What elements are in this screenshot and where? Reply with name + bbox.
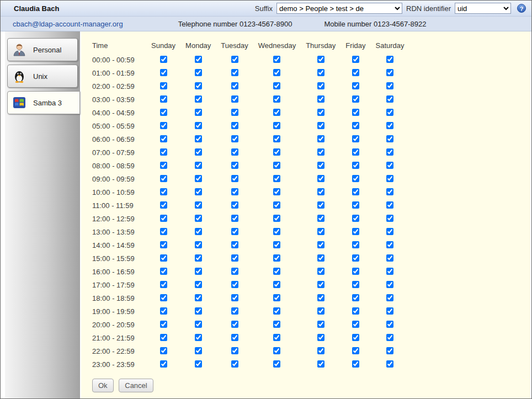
- logon-hour-checkbox[interactable]: [195, 268, 202, 275]
- logon-hour-checkbox[interactable]: [231, 56, 238, 63]
- logon-hour-checkbox[interactable]: [231, 360, 238, 368]
- logon-hour-checkbox[interactable]: [195, 135, 202, 142]
- logon-hour-checkbox[interactable]: [317, 307, 324, 315]
- logon-hour-checkbox[interactable]: [160, 109, 167, 116]
- logon-hour-checkbox[interactable]: [352, 109, 359, 116]
- logon-hour-checkbox[interactable]: [386, 334, 393, 341]
- logon-hour-checkbox[interactable]: [317, 360, 324, 368]
- logon-hour-checkbox[interactable]: [352, 162, 359, 169]
- logon-hour-checkbox[interactable]: [386, 175, 393, 182]
- logon-hour-checkbox[interactable]: [386, 215, 393, 222]
- logon-hour-checkbox[interactable]: [160, 268, 167, 275]
- logon-hour-checkbox[interactable]: [195, 241, 202, 248]
- logon-hour-checkbox[interactable]: [352, 334, 359, 341]
- logon-hour-checkbox[interactable]: [352, 281, 359, 288]
- logon-hour-checkbox[interactable]: [160, 69, 167, 76]
- logon-hour-checkbox[interactable]: [317, 228, 324, 235]
- logon-hour-checkbox[interactable]: [352, 135, 359, 142]
- logon-hour-checkbox[interactable]: [160, 82, 167, 89]
- logon-hour-checkbox[interactable]: [317, 201, 324, 209]
- logon-hour-checkbox[interactable]: [273, 188, 280, 195]
- logon-hour-checkbox[interactable]: [273, 175, 280, 182]
- logon-hour-checkbox[interactable]: [160, 122, 167, 129]
- logon-hour-checkbox[interactable]: [231, 228, 238, 235]
- logon-hour-checkbox[interactable]: [160, 188, 167, 195]
- logon-hour-checkbox[interactable]: [160, 294, 167, 301]
- logon-hour-checkbox[interactable]: [195, 347, 202, 354]
- logon-hour-checkbox[interactable]: [195, 281, 202, 288]
- logon-hour-checkbox[interactable]: [386, 95, 393, 103]
- logon-hour-checkbox[interactable]: [386, 281, 393, 288]
- logon-hour-checkbox[interactable]: [317, 148, 324, 156]
- tab-unix[interactable]: Unix: [7, 65, 78, 88]
- logon-hour-checkbox[interactable]: [352, 82, 359, 89]
- logon-hour-checkbox[interactable]: [386, 162, 393, 169]
- ok-button[interactable]: Ok: [92, 379, 114, 392]
- logon-hour-checkbox[interactable]: [273, 69, 280, 76]
- logon-hour-checkbox[interactable]: [273, 268, 280, 275]
- cancel-button[interactable]: Cancel: [119, 379, 153, 392]
- logon-hour-checkbox[interactable]: [317, 95, 324, 103]
- logon-hour-checkbox[interactable]: [273, 360, 280, 368]
- logon-hour-checkbox[interactable]: [195, 360, 202, 368]
- logon-hour-checkbox[interactable]: [273, 241, 280, 248]
- logon-hour-checkbox[interactable]: [195, 228, 202, 235]
- logon-hour-checkbox[interactable]: [273, 347, 280, 354]
- logon-hour-checkbox[interactable]: [160, 281, 167, 288]
- logon-hour-checkbox[interactable]: [386, 321, 393, 328]
- logon-hour-checkbox[interactable]: [273, 201, 280, 209]
- logon-hour-checkbox[interactable]: [160, 228, 167, 235]
- logon-hour-checkbox[interactable]: [352, 294, 359, 301]
- logon-hour-checkbox[interactable]: [195, 175, 202, 182]
- logon-hour-checkbox[interactable]: [386, 56, 393, 63]
- logon-hour-checkbox[interactable]: [273, 294, 280, 301]
- logon-hour-checkbox[interactable]: [195, 307, 202, 315]
- logon-hour-checkbox[interactable]: [386, 294, 393, 301]
- logon-hour-checkbox[interactable]: [273, 228, 280, 235]
- logon-hour-checkbox[interactable]: [195, 82, 202, 89]
- logon-hour-checkbox[interactable]: [273, 148, 280, 156]
- logon-hour-checkbox[interactable]: [231, 95, 238, 103]
- logon-hour-checkbox[interactable]: [386, 109, 393, 116]
- logon-hour-checkbox[interactable]: [273, 122, 280, 129]
- logon-hour-checkbox[interactable]: [231, 148, 238, 156]
- logon-hour-checkbox[interactable]: [352, 360, 359, 368]
- logon-hour-checkbox[interactable]: [317, 188, 324, 195]
- logon-hour-checkbox[interactable]: [352, 148, 359, 156]
- logon-hour-checkbox[interactable]: [195, 56, 202, 63]
- logon-hour-checkbox[interactable]: [386, 188, 393, 195]
- logon-hour-checkbox[interactable]: [231, 175, 238, 182]
- logon-hour-checkbox[interactable]: [195, 95, 202, 103]
- logon-hour-checkbox[interactable]: [352, 241, 359, 248]
- logon-hour-checkbox[interactable]: [317, 215, 324, 222]
- logon-hour-checkbox[interactable]: [386, 148, 393, 156]
- logon-hour-checkbox[interactable]: [352, 215, 359, 222]
- logon-hour-checkbox[interactable]: [386, 241, 393, 248]
- logon-hour-checkbox[interactable]: [273, 307, 280, 315]
- logon-hour-checkbox[interactable]: [160, 347, 167, 354]
- logon-hour-checkbox[interactable]: [160, 162, 167, 169]
- logon-hour-checkbox[interactable]: [195, 162, 202, 169]
- help-question-icon[interactable]: ?: [517, 4, 526, 13]
- logon-hour-checkbox[interactable]: [352, 69, 359, 76]
- logon-hour-checkbox[interactable]: [160, 321, 167, 328]
- logon-hour-checkbox[interactable]: [231, 241, 238, 248]
- logon-hour-checkbox[interactable]: [160, 201, 167, 209]
- logon-hour-checkbox[interactable]: [352, 307, 359, 315]
- logon-hour-checkbox[interactable]: [317, 334, 324, 341]
- logon-hour-checkbox[interactable]: [317, 122, 324, 129]
- logon-hour-checkbox[interactable]: [160, 56, 167, 63]
- logon-hour-checkbox[interactable]: [231, 334, 238, 341]
- logon-hour-checkbox[interactable]: [317, 82, 324, 89]
- rdn-identifier-select[interactable]: uid: [455, 3, 511, 14]
- logon-hour-checkbox[interactable]: [352, 321, 359, 328]
- logon-hour-checkbox[interactable]: [317, 347, 324, 354]
- logon-hour-checkbox[interactable]: [160, 334, 167, 341]
- logon-hour-checkbox[interactable]: [386, 135, 393, 142]
- logon-hour-checkbox[interactable]: [231, 281, 238, 288]
- logon-hour-checkbox[interactable]: [195, 321, 202, 328]
- logon-hour-checkbox[interactable]: [273, 215, 280, 222]
- logon-hour-checkbox[interactable]: [386, 69, 393, 76]
- logon-hour-checkbox[interactable]: [317, 109, 324, 116]
- logon-hour-checkbox[interactable]: [386, 268, 393, 275]
